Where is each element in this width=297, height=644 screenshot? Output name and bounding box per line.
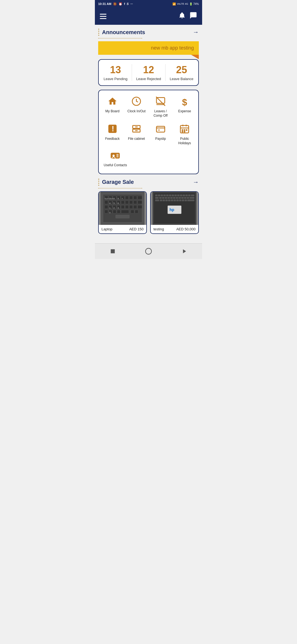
leave-balance-stat[interactable]: 25 Leave Balance xyxy=(170,64,193,81)
menu-button[interactable] xyxy=(100,14,106,19)
announcements-section: Announcements → new mb app testing xyxy=(98,29,199,55)
announcement-banner[interactable]: new mb app testing xyxy=(98,41,199,55)
leave-rejected-label: Leave Rejected xyxy=(136,77,161,81)
garage-grid: Num Lock 7 8 9 + 4 5 6 1 2 3 0 xyxy=(98,191,199,234)
menu-item-leaves[interactable]: Leaves / Comp Off xyxy=(149,95,172,119)
menu-item-payslip[interactable]: Payslip xyxy=(149,122,172,147)
garage-sale-section: Garage Sale → xyxy=(98,179,199,234)
banner-right-triangle xyxy=(191,55,199,59)
svg-rect-62 xyxy=(131,210,134,213)
svg-rect-48 xyxy=(105,205,108,209)
svg-rect-112 xyxy=(174,200,176,201)
svg-rect-88 xyxy=(180,195,182,196)
menu-label-useful-contacts: Useful Contacts xyxy=(104,163,127,168)
feedback-icon: ! xyxy=(108,124,117,135)
svg-rect-80 xyxy=(158,195,160,196)
menu-label-expense: Expense xyxy=(178,109,191,114)
menu-label-payslip: Payslip xyxy=(155,137,166,141)
garage-sale-header: Garage Sale → xyxy=(98,179,199,186)
main-content: Announcements → new mb app testing 13 Le… xyxy=(95,25,202,238)
menu-item-public-holidays[interactable]: Public Holidays xyxy=(173,122,196,147)
announcements-header: Announcements → xyxy=(98,29,199,36)
svg-rect-85 xyxy=(172,195,174,196)
svg-rect-94 xyxy=(160,197,162,199)
svg-rect-87 xyxy=(177,195,180,196)
svg-rect-83 xyxy=(166,195,169,196)
svg-rect-117 xyxy=(188,200,194,201)
svg-rect-38 xyxy=(138,196,142,199)
menu-row-contacts: Useful Contacts xyxy=(101,149,196,169)
svg-rect-11 xyxy=(156,126,165,132)
svg-point-22 xyxy=(184,131,185,132)
svg-rect-101 xyxy=(179,197,181,199)
svg-rect-120 xyxy=(111,249,115,253)
svg-point-121 xyxy=(145,248,152,254)
svg-point-21 xyxy=(182,131,183,132)
svg-rect-98 xyxy=(170,197,173,199)
svg-rect-59 xyxy=(113,210,116,213)
announcements-arrow[interactable]: → xyxy=(193,29,199,36)
svg-rect-47 xyxy=(138,201,142,204)
svg-rect-105 xyxy=(190,197,194,199)
svg-rect-53 xyxy=(125,205,129,209)
svg-rect-52 xyxy=(121,205,125,209)
menu-item-feedback[interactable]: ! Feedback xyxy=(101,122,124,147)
svg-rect-116 xyxy=(185,200,187,201)
svg-text:Num Lock: Num Lock xyxy=(105,198,114,200)
leave-balance-label: Leave Balance xyxy=(170,77,193,81)
menu-item-my-board[interactable]: My Board xyxy=(101,95,124,119)
nav-triangle-button[interactable] xyxy=(180,247,189,256)
svg-rect-91 xyxy=(188,195,191,196)
chat-icon[interactable] xyxy=(189,12,197,21)
svg-rect-45 xyxy=(130,201,133,204)
menu-item-clock[interactable]: Clock In/Out xyxy=(125,95,148,119)
svg-rect-44 xyxy=(125,201,129,204)
svg-text:$: $ xyxy=(182,97,187,106)
house-icon xyxy=(108,96,117,108)
notification-bell-icon[interactable] xyxy=(178,12,186,21)
svg-text:9: 9 xyxy=(118,197,119,200)
nav-square-button[interactable] xyxy=(108,247,117,256)
svg-text:6: 6 xyxy=(118,202,119,204)
garage-name-testing: testing xyxy=(153,227,164,231)
svg-rect-64 xyxy=(116,215,130,218)
svg-text:+: + xyxy=(122,197,123,200)
svg-text:0: 0 xyxy=(109,211,111,214)
leave-pending-stat[interactable]: 13 Leave Pending xyxy=(104,64,128,81)
menu-label-leaves: Leaves / Comp Off xyxy=(150,109,172,118)
status-indicators: 📶 VoLTE 4G 🔋 74% xyxy=(172,2,199,6)
garage-card-testing[interactable]: hp testing AED 50,000 xyxy=(150,191,199,234)
header-actions xyxy=(178,12,197,21)
svg-text:!: ! xyxy=(112,125,114,133)
svg-text:hp: hp xyxy=(170,208,174,212)
leave-pending-count: 13 xyxy=(104,64,128,76)
menu-item-useful-contacts[interactable]: Useful Contacts xyxy=(103,149,128,169)
svg-rect-84 xyxy=(169,195,171,196)
svg-rect-89 xyxy=(183,195,185,196)
svg-point-19 xyxy=(184,130,185,130)
menu-item-expense[interactable]: $ Expense xyxy=(173,95,196,119)
svg-rect-107 xyxy=(160,200,162,201)
garage-card-laptop[interactable]: Num Lock 7 8 9 + 4 5 6 1 2 3 0 xyxy=(98,191,147,234)
svg-text:5: 5 xyxy=(114,202,115,204)
menu-item-file-cabinet[interactable]: File cabinet xyxy=(125,122,148,147)
garage-price-laptop: AED 150 xyxy=(129,227,144,231)
menu-card: My Board Clock In/Out xyxy=(98,90,199,174)
svg-rect-110 xyxy=(168,200,170,201)
svg-rect-46 xyxy=(134,201,137,204)
svg-rect-90 xyxy=(186,195,188,196)
dollar-icon: $ xyxy=(180,96,189,108)
announcements-underline xyxy=(98,38,142,39)
svg-rect-99 xyxy=(173,197,175,199)
svg-rect-97 xyxy=(168,197,170,199)
leave-pending-label: Leave Pending xyxy=(104,77,128,81)
svg-rect-113 xyxy=(177,200,179,201)
svg-rect-108 xyxy=(163,200,165,201)
nav-circle-button[interactable] xyxy=(144,247,153,256)
svg-rect-86 xyxy=(175,195,177,196)
svg-rect-63 xyxy=(135,210,138,213)
svg-rect-95 xyxy=(162,197,164,199)
leave-rejected-stat[interactable]: 12 Leave Rejected xyxy=(136,64,161,81)
svg-marker-122 xyxy=(183,249,186,253)
garage-sale-arrow[interactable]: → xyxy=(193,179,199,186)
